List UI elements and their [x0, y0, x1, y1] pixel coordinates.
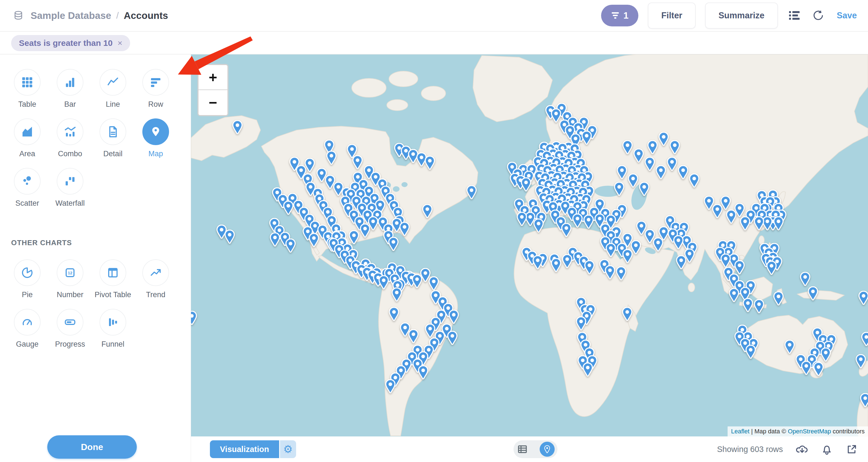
breadcrumb-database[interactable]: Sample Database — [31, 10, 111, 21]
map-canvas[interactable]: + − Leaflet | Map data © OpenStreetMap c… — [191, 55, 868, 436]
visualization-button[interactable]: Visualization — [210, 440, 279, 458]
line-chart-icon — [107, 76, 119, 88]
chart-type-pie[interactable]: Pie — [6, 259, 49, 309]
breadcrumb: Sample Database / Accounts — [11, 8, 168, 23]
display-mode-toggle — [514, 440, 557, 458]
chart-type-gauge[interactable]: Gauge — [6, 309, 49, 358]
pivot-table-icon — [107, 267, 119, 279]
notebook-editor-icon[interactable] — [787, 8, 802, 23]
main-chart-grid: Table Bar Line Row Area — [6, 69, 191, 217]
filter-button[interactable]: Filter — [648, 2, 695, 29]
zoom-in-button[interactable]: + — [198, 65, 227, 90]
pie-chart-icon — [21, 267, 33, 279]
leaflet-link[interactable]: Leaflet — [731, 428, 749, 435]
breadcrumb-separator: / — [116, 10, 119, 21]
combo-chart-icon — [64, 126, 76, 138]
chart-type-number[interactable]: 12 Number — [49, 259, 91, 309]
waterfall-chart-icon — [64, 175, 76, 187]
bar-chart-icon — [64, 76, 76, 88]
chart-type-bar[interactable]: Bar — [49, 69, 91, 118]
table-mode-button[interactable] — [516, 443, 529, 455]
table-mode-icon — [518, 444, 527, 454]
openstreetmap-link[interactable]: OpenStreetMap — [788, 428, 831, 435]
attribution-text: | Map data © — [750, 428, 788, 435]
database-icon — [11, 8, 26, 23]
visualization-settings-button[interactable]: ⚙ — [280, 440, 296, 458]
filter-bar: Seats is greater than 10 × — [0, 32, 868, 55]
gear-icon: ⚙ — [283, 443, 293, 455]
chart-type-table[interactable]: Table — [6, 69, 49, 118]
chart-type-combo[interactable]: Combo — [49, 118, 91, 168]
chart-type-area[interactable]: Area — [6, 118, 49, 168]
bell-icon[interactable] — [821, 443, 833, 455]
save-button[interactable]: Save — [837, 10, 857, 21]
breadcrumb-table[interactable]: Accounts — [124, 10, 168, 21]
summarize-button[interactable]: Summarize — [705, 2, 778, 29]
scatter-chart-icon — [21, 175, 33, 187]
chart-type-sidebar: Table Bar Line Row Area — [0, 55, 191, 462]
filter-badge-count: 1 — [623, 10, 628, 21]
funnel-icon — [611, 12, 619, 19]
detail-icon — [107, 126, 119, 138]
svg-text:12: 12 — [68, 271, 72, 275]
top-header: Sample Database / Accounts 1 Filter Summ… — [0, 0, 868, 32]
filter-chip[interactable]: Seats is greater than 10 × — [11, 35, 130, 51]
world-map — [191, 55, 868, 436]
other-chart-grid: Pie 12 Number Pivot Table Trend — [6, 259, 191, 358]
trend-icon — [150, 267, 162, 279]
map-zoom-control: + − — [197, 64, 228, 116]
chart-type-pivot-table[interactable]: Pivot Table — [91, 259, 134, 309]
chart-type-row[interactable]: Row — [134, 69, 177, 118]
zoom-out-button[interactable]: − — [198, 90, 227, 115]
attribution-suffix: contributors — [831, 428, 865, 435]
funnel-chart-icon — [107, 316, 119, 328]
chart-type-trend[interactable]: Trend — [134, 259, 177, 309]
row-chart-icon — [150, 76, 162, 88]
chart-type-funnel[interactable]: Funnel — [91, 309, 134, 358]
number-icon: 12 — [64, 267, 76, 279]
progress-icon — [64, 316, 76, 328]
filter-chip-remove-icon[interactable]: × — [118, 38, 123, 48]
map-attribution: Leaflet | Map data © OpenStreetMap contr… — [727, 426, 868, 436]
chart-type-line[interactable]: Line — [91, 69, 134, 118]
filter-chip-label[interactable]: Seats is greater than 10 — [19, 38, 113, 48]
download-icon[interactable] — [796, 443, 808, 455]
done-button[interactable]: Done — [47, 435, 137, 459]
chart-type-progress[interactable]: Progress — [49, 309, 91, 358]
gauge-icon — [21, 316, 33, 328]
chart-type-detail[interactable]: Detail — [91, 118, 134, 168]
active-filter-badge[interactable]: 1 — [601, 5, 638, 26]
map-mode-button[interactable] — [540, 442, 555, 457]
other-charts-heading: OTHER CHARTS — [11, 239, 191, 247]
table-icon — [21, 76, 33, 88]
row-count-label: Showing 603 rows — [717, 445, 783, 454]
chart-type-scatter[interactable]: Scatter — [6, 168, 49, 217]
map-pin-icon — [150, 126, 162, 138]
refresh-icon[interactable] — [811, 8, 826, 23]
share-icon[interactable] — [846, 443, 858, 455]
chart-type-waterfall[interactable]: Waterfall — [49, 168, 91, 217]
map-mode-pin-icon — [543, 445, 551, 453]
chart-type-map[interactable]: Map — [134, 118, 177, 168]
area-chart-icon — [21, 126, 33, 138]
bottom-bar: Visualization ⚙ Showing 603 rows — [191, 436, 868, 462]
